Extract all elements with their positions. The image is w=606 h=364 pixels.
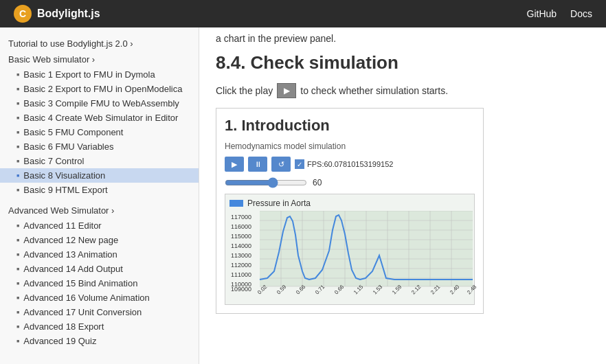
- github-link[interactable]: GitHub: [527, 8, 557, 19]
- svg-text:113000: 113000: [231, 252, 251, 259]
- sidebar-item-basic2[interactable]: Basic 2 Export to FMU in OpenModelica: [0, 82, 199, 96]
- sim-title: 1. Introduction: [225, 117, 475, 135]
- sim-subtitle: Hemodynamics model simulation: [225, 141, 475, 151]
- sidebar-item-adv18[interactable]: Advanced 18 Export: [0, 319, 199, 334]
- chart-container: Pressure in Aorta 117000 116000 115000 1…: [225, 194, 475, 305]
- sidebar-item-basic7[interactable]: Basic 7 Control: [0, 154, 199, 168]
- chart-area: 117000 116000 115000 114000 113000 11200…: [229, 211, 477, 300]
- sidebar-item-basic8[interactable]: Basic 8 Visualization: [0, 168, 199, 183]
- sim-reset-button[interactable]: ↺: [271, 157, 291, 172]
- svg-text:115000: 115000: [231, 233, 251, 240]
- sidebar-item-basic9[interactable]: Basic 9 HTML Export: [0, 183, 199, 197]
- simulator-box: 1. Introduction Hemodynamics model simul…: [216, 108, 484, 314]
- docs-link[interactable]: Docs: [570, 8, 592, 19]
- svg-text:111000: 111000: [231, 271, 251, 278]
- play-button-inline[interactable]: [277, 83, 296, 98]
- para-after-text: to check whether simulation starts.: [300, 85, 448, 96]
- logo-text: Bodylight.js: [37, 8, 100, 20]
- svg-text:117000: 117000: [231, 214, 251, 220]
- svg-text:114000: 114000: [231, 242, 251, 249]
- main-layout: Tutorial to use Bodylight.js 2.0 › Basic…: [0, 27, 606, 364]
- fps-checkbox[interactable]: ✓: [295, 159, 304, 169]
- fps-value: FPS:60.07810153199152: [307, 160, 393, 168]
- sidebar-item-basic1[interactable]: Basic 1 Export to FMU in Dymola: [0, 67, 199, 82]
- header: C Bodylight.js GitHub Docs: [0, 0, 606, 27]
- sidebar-top-section: Tutorial to use Bodylight.js 2.0 › Basic…: [0, 33, 199, 200]
- sidebar-item-basic6[interactable]: Basic 6 FMU Variables: [0, 139, 199, 154]
- sidebar-item-basic4[interactable]: Basic 4 Create Web Simulator in Editor: [0, 111, 199, 125]
- para-before-text: Click the play: [216, 85, 273, 96]
- logo[interactable]: C Bodylight.js: [14, 5, 100, 23]
- sidebar-top-link[interactable]: Tutorial to use Bodylight.js 2.0 ›: [0, 36, 199, 52]
- sidebar-item-adv12[interactable]: Advanced 12 New page: [0, 233, 199, 247]
- sidebar-item-adv17[interactable]: Advanced 17 Unit Conversion: [0, 305, 199, 319]
- legend-label: Pressure in Aorta: [247, 198, 311, 208]
- partial-text: a chart in the preview panel.: [216, 33, 590, 44]
- sidebar-item-adv11[interactable]: Advanced 11 Editor: [0, 218, 199, 233]
- sidebar-item-adv14[interactable]: Advanced 14 Add Output: [0, 262, 199, 276]
- section-heading: 8.4. Check simulation: [216, 52, 590, 73]
- header-nav: GitHub Docs: [527, 8, 592, 19]
- svg-text:109000: 109000: [231, 286, 251, 293]
- sim-slider-value: 60: [313, 178, 322, 187]
- sidebar-item-basic3[interactable]: Basic 3 Compile FMU to WebAssembly: [0, 96, 199, 111]
- sidebar-item-adv16[interactable]: Advanced 16 Volume Animation: [0, 291, 199, 305]
- chart-legend: Pressure in Aorta: [229, 198, 470, 208]
- sidebar-item-adv13[interactable]: Advanced 13 Animation: [0, 247, 199, 262]
- sim-step-button[interactable]: ⏸: [248, 157, 267, 172]
- sidebar-basic-section-title[interactable]: Basic Web simulator ›: [0, 52, 199, 67]
- chart-svg: 117000 116000 115000 114000 113000 11200…: [229, 211, 477, 300]
- sim-slider-row: 60: [225, 177, 475, 188]
- sidebar-advanced-section-title[interactable]: Advanced Web Simulator ›: [0, 203, 199, 218]
- sidebar-item-basic5[interactable]: Basic 5 FMU Component: [0, 125, 199, 139]
- sim-controls: ▶ ⏸ ↺ ✓ FPS:60.07810153199152: [225, 157, 475, 172]
- sidebar: Tutorial to use Bodylight.js 2.0 › Basic…: [0, 27, 199, 364]
- sim-slider[interactable]: [225, 177, 307, 188]
- legend-color-box: [229, 200, 243, 207]
- content-area: a chart in the preview panel. 8.4. Check…: [199, 27, 606, 364]
- logo-icon: C: [14, 5, 32, 23]
- sidebar-advanced-section: Advanced Web Simulator › Advanced 11 Edi…: [0, 200, 199, 351]
- sim-fps-display: ✓ FPS:60.07810153199152: [295, 159, 393, 169]
- sim-play-button[interactable]: ▶: [225, 157, 244, 172]
- svg-text:116000: 116000: [231, 223, 251, 230]
- sidebar-item-adv19[interactable]: Advanced 19 Quiz: [0, 334, 199, 348]
- svg-text:112000: 112000: [231, 262, 251, 269]
- sidebar-item-adv15[interactable]: Advanced 15 Bind Animation: [0, 276, 199, 291]
- intro-para: Click the play to check whether simulati…: [216, 83, 590, 98]
